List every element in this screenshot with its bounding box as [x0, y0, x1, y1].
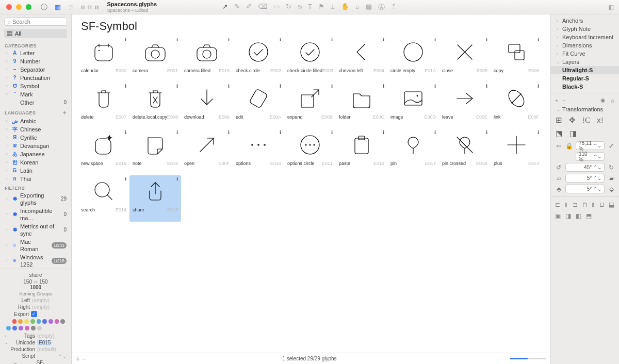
info-icon[interactable]: i [228, 129, 230, 135]
align-row-1[interactable]: ⊏⫿⊐⊓⫿⊔⬓ [551, 199, 619, 210]
info-icon[interactable]: i [176, 36, 178, 42]
info-icon[interactable]: i [280, 129, 281, 135]
zoom-tool-icon[interactable]: ⌕ [355, 3, 360, 12]
apply-scale-icon[interactable]: ⤢ [608, 142, 615, 150]
transform-origin[interactable]: ⊞✥⁞Cx⁞ [551, 113, 619, 127]
filter-item[interactable]: ›✽Metrics out of sync0 [0, 222, 71, 238]
transform-flip[interactable]: ⬔◨ [551, 127, 619, 140]
export-checkbox[interactable]: ✓ [31, 311, 37, 317]
glyph-camera.filled[interactable]: i camera.filledE018 [181, 36, 233, 82]
category-other[interactable]: Other0 [0, 98, 71, 107]
layer-item[interactable]: Ultralight-S [551, 66, 619, 74]
info-icon[interactable]: i [331, 82, 333, 89]
rotate-ccw-icon[interactable]: ↺ [555, 164, 562, 171]
info-icon[interactable]: ⓘ [41, 3, 47, 12]
draw-tool-icon[interactable]: ✐ [246, 3, 252, 12]
glyph-delete.local.copy[interactable]: i delete.local.copyE008 [129, 82, 181, 129]
glyph-check.circle[interactable]: i check.circleE002 [233, 36, 284, 82]
glyph-options.circle[interactable]: i options.circleE011 [284, 129, 336, 175]
rotate-input[interactable]: 45° ⌃⌄ [565, 163, 605, 172]
knife-tool-icon[interactable]: ⎋ [298, 3, 302, 12]
remove-layer-icon[interactable]: − [562, 97, 565, 104]
glyph-link[interactable]: i linkE00F [491, 82, 542, 129]
info-icon[interactable]: i [434, 82, 436, 89]
ruler-tool-icon[interactable]: ▤ [366, 3, 372, 12]
glyph-copy[interactable]: i copyE006 [491, 36, 542, 82]
layer-item[interactable]: Black-S [551, 82, 619, 91]
language-item[interactable]: ›nThai [0, 175, 71, 183]
sun-icon[interactable]: ☼ [610, 97, 615, 104]
category-item[interactable]: ›℧Symbol [0, 82, 71, 90]
master-preview[interactable]: nnn [74, 3, 107, 11]
erase-tool-icon[interactable]: ⌫ [258, 3, 267, 12]
color-labels[interactable] [3, 317, 68, 326]
skew-r-icon[interactable]: ▰ [608, 175, 615, 182]
info-icon[interactable]: i [434, 36, 436, 42]
glyph-search[interactable]: i searchE014 [78, 175, 129, 222]
glyph-paste[interactable]: i pasteE012 [336, 129, 387, 175]
tool-a-icon[interactable]: Ⓐ [378, 3, 385, 12]
info-icon[interactable]: i [383, 129, 384, 135]
info-icon[interactable]: i [486, 36, 487, 42]
glyph-chevron.left[interactable]: i chevron.leftE004 [336, 36, 387, 82]
tool-t-icon[interactable]: ⇡ [391, 3, 397, 12]
scale-input[interactable]: 78,11 % ⌃⌄ [576, 141, 605, 150]
glyph-expand[interactable]: i expandE00B [284, 82, 336, 129]
language-item[interactable]: ›अDevanagari [0, 142, 71, 150]
close-window[interactable] [6, 4, 12, 10]
glyph-calendar[interactable]: i calendarE000 [78, 36, 129, 82]
filter-all[interactable]: All [4, 29, 67, 38]
info-icon[interactable]: i [537, 36, 539, 42]
category-item[interactable]: ›ˆMark [0, 90, 71, 98]
glyph-new.space[interactable]: i new.spaceE016 [78, 129, 129, 175]
info-icon[interactable]: i [331, 129, 333, 135]
script-dropdown[interactable]: ⌃⌄ [58, 354, 67, 359]
eye-icon[interactable]: ◉ [600, 97, 606, 104]
category-item[interactable]: ›9Number [0, 57, 71, 65]
glyph-pin.crossed[interactable]: i pin.crossedE01B [439, 129, 491, 175]
skew-d-icon[interactable]: ⬙ [608, 186, 615, 193]
category-item[interactable]: ›–Separator [0, 65, 71, 74]
info-icon[interactable]: i [228, 82, 230, 89]
transform-header[interactable]: ⌄Transformations [551, 105, 619, 113]
glyph-note[interactable]: i noteE019 [129, 129, 181, 175]
glyph-plus[interactable]: i plusE013 [491, 129, 542, 175]
filter-item[interactable]: ›≡Windows 12521/218 [0, 253, 71, 269]
info-icon[interactable]: i [434, 129, 436, 135]
filter-item[interactable]: ›✽Incompatible ma…0 [0, 207, 71, 222]
language-item[interactable]: ›ضArabic [0, 117, 71, 125]
info-icon[interactable]: i [125, 175, 126, 181]
add-layer-icon[interactable]: + [555, 97, 558, 104]
search-field[interactable] [4, 18, 67, 26]
glyph-close[interactable]: i closeE005 [439, 36, 491, 82]
filter-item[interactable]: ›✽Exporting glyphs29 [0, 191, 71, 207]
inspector-section[interactable]: ›Anchors [551, 16, 619, 25]
glyph-share[interactable]: i shareE015 [129, 175, 181, 222]
language-item[interactable]: ›字Chinese [0, 125, 71, 134]
language-item[interactable]: ›GLatin [0, 167, 71, 175]
add-language-icon[interactable]: + [63, 109, 67, 117]
scale2-input[interactable]: 110 % ⌃⌄ [576, 152, 605, 161]
measure-tool-icon[interactable]: ⟂ [331, 3, 335, 12]
info-icon[interactable]: i [125, 36, 126, 42]
color-labels-2[interactable] [3, 326, 68, 333]
info-icon[interactable]: i [280, 82, 281, 89]
layers-header[interactable]: ⌄Layers [551, 58, 619, 66]
panel-toggle-icon[interactable]: ◧ [608, 4, 614, 11]
select-tool-icon[interactable]: ➚ [222, 3, 228, 12]
grid-view-icon[interactable]: ▦ [55, 3, 61, 11]
language-item[interactable]: ›あJapanese [0, 150, 71, 158]
info-icon[interactable]: i [537, 82, 539, 89]
hand-tool-icon[interactable]: ✋ [341, 3, 349, 12]
remove-glyph-icon[interactable]: − [82, 355, 86, 363]
glyph-camera[interactable]: i cameraE001 [129, 36, 181, 82]
inspector-section[interactable]: ›Fit Curve [551, 49, 619, 58]
inspector-section[interactable]: ›Dimensions [551, 41, 619, 49]
info-icon[interactable]: i [176, 82, 178, 89]
primitive-tool-icon[interactable]: ▭ [273, 3, 280, 12]
category-item[interactable]: ›?Punctuation [0, 74, 71, 82]
info-icon[interactable]: i [486, 82, 487, 89]
inspector-section[interactable]: ›Glyph Note [551, 25, 619, 33]
info-icon[interactable]: i [280, 36, 281, 42]
glyph-image[interactable]: i imageE00D [387, 82, 439, 129]
